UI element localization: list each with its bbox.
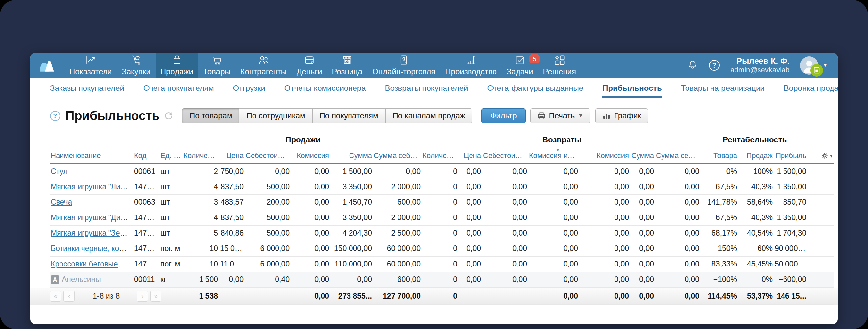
col-cost[interactable]: Себестоимость [246, 148, 291, 163]
view-tab-by-goods[interactable]: По товарам [182, 108, 239, 123]
notifications-button[interactable] [687, 59, 699, 72]
cell-price: 11 000,00 [220, 256, 246, 272]
first-page-button[interactable]: « [50, 291, 61, 302]
filter-button[interactable]: Фильтр [482, 108, 526, 123]
nav-item-purchases[interactable]: Закупки [117, 53, 156, 78]
col-commission[interactable]: Комиссия [291, 148, 331, 163]
next-page-button[interactable]: › [137, 291, 148, 302]
retail-icon [341, 54, 353, 66]
cell-rsum: 0,00 [631, 226, 656, 241]
cell-goods: 0% [701, 163, 739, 179]
cell-comm: 0,00 [291, 179, 331, 195]
tab-issued-invoices[interactable]: Счета-фактуры выданные [487, 78, 583, 98]
nav-item-retail[interactable]: Розница [327, 53, 367, 78]
nav-item-counterparties[interactable]: Контрагенты [236, 53, 291, 78]
tab-customer-orders[interactable]: Заказы покупателей [50, 78, 124, 98]
nav-label: Продажи [160, 67, 193, 76]
col-margin-goods[interactable]: Товара [701, 148, 739, 163]
refresh-icon[interactable] [164, 112, 173, 120]
cell-sumcost: 600,00 [374, 272, 423, 287]
cell-goods: −100% [701, 272, 739, 287]
cell-comm: 0,00 [291, 256, 331, 272]
nav-item-solutions[interactable]: Решения [538, 53, 581, 78]
col-code[interactable]: Код [131, 148, 158, 163]
tab-customer-invoices[interactable]: Счета покупателям [143, 78, 214, 98]
cell-sum: 110 000,00 [331, 256, 374, 272]
cell-cost: 200,00 [246, 195, 291, 210]
product-link[interactable]: Ботинки черные, кожаные, раз... [51, 244, 131, 253]
tab-shipments[interactable]: Отгрузки [233, 78, 265, 98]
prev-page-button[interactable]: ‹ [63, 291, 74, 302]
col-return-sum-cost[interactable]: Сумма себест. [656, 148, 701, 163]
cell-rcomm: 0,00 [580, 272, 631, 287]
cell-rsumcost: 0,00 [656, 272, 701, 287]
col-return-sum[interactable]: Сумма [631, 148, 656, 163]
product-link[interactable]: Мягкая игрушка "Динозаврик" [51, 213, 131, 222]
totals-row: « ‹ 1-8 из 8 › » 1 538 0,00 273 855... 1… [50, 288, 834, 305]
view-tab-by-employees[interactable]: По сотрудникам [239, 108, 312, 123]
cell-rcost: 0,00 [483, 256, 529, 272]
col-sum[interactable]: Сумма [331, 148, 374, 163]
profitability-table: Продажи Возвраты Рентабельность Наименов… [50, 134, 834, 288]
col-return-cost[interactable]: Себестоимость [483, 148, 529, 163]
col-profit[interactable]: Прибыль [775, 148, 808, 163]
col-settings[interactable]: ▾ [808, 148, 834, 163]
col-sum-cost[interactable]: Сумма себест. [374, 148, 423, 163]
product-link[interactable]: Апельсины [62, 275, 101, 283]
tab-consignment-goods[interactable]: Товары на реализации [681, 78, 765, 98]
chart-button[interactable]: График [595, 108, 648, 123]
product-link[interactable]: Мягкая игрушка "Зебра" [51, 229, 131, 237]
nav-item-production[interactable]: Производство [440, 53, 501, 78]
col-price[interactable]: Цена [220, 148, 246, 163]
tab-commission-reports[interactable]: Отчеты комиссионера [284, 78, 366, 98]
cell-sum: 0,00 [331, 272, 374, 287]
cell-rsum: 0,00 [631, 195, 656, 210]
cell-rsum: 0,00 [631, 256, 656, 272]
cell-cost: 500,00 [246, 210, 291, 226]
cell-profit: 1 350,00 [775, 179, 808, 195]
cell-gear [808, 179, 834, 195]
cell-rqty: 0 [423, 226, 459, 241]
product-link[interactable]: Кроссовки беговые, размер М [51, 260, 131, 268]
nav-item-metrics[interactable]: Показатели [64, 53, 117, 78]
archived-badge: А [51, 275, 59, 284]
document-icon [813, 67, 820, 74]
cell-rcommfrom: 0,00 [529, 163, 580, 179]
col-qty[interactable]: Количество [183, 148, 220, 163]
view-tab-by-channels[interactable]: По каналам продаж [386, 108, 472, 123]
help-button[interactable]: ? [709, 60, 720, 71]
cell-unit: пог. м [158, 256, 183, 272]
col-name[interactable]: Наименование [50, 148, 131, 163]
tab-customer-returns[interactable]: Возвраты покупателей [385, 78, 468, 98]
nav-item-money[interactable]: Деньги [291, 53, 327, 78]
col-commission-from-sales[interactable]: ▾Комиссия из пр... [529, 148, 580, 163]
print-button[interactable]: Печать ▼ [530, 108, 590, 123]
col-return-commission[interactable]: Комиссия [580, 148, 631, 163]
tab-sales-funnel[interactable]: Воронка продаж [784, 78, 838, 98]
col-return-qty[interactable]: Количество [423, 148, 459, 163]
page-help-button[interactable]: ? [50, 111, 60, 121]
product-link[interactable]: Мягкая игрушка "Лисенок" [51, 182, 131, 191]
view-tab-by-customers[interactable]: По покупателям [313, 108, 386, 123]
cell-comm: 0,00 [291, 163, 331, 179]
nav-item-sales[interactable]: Продажи [156, 53, 198, 78]
cell-rcommfrom: 0,00 [529, 272, 580, 287]
product-link[interactable]: Стул [51, 167, 68, 176]
user-menu[interactable]: Рылеев К. Ф. admin@sevkavlab [730, 56, 789, 74]
cell-price: 483,57 [220, 195, 246, 210]
col-margin-sales[interactable]: Продаж [739, 148, 775, 163]
col-unit[interactable]: Ед. изм. [158, 148, 183, 163]
product-link[interactable]: Свеча [51, 198, 72, 206]
nav-item-tasks[interactable]: Задачи 5 [502, 53, 538, 78]
last-page-button[interactable]: » [150, 291, 161, 302]
moysklad-logo[interactable] [30, 53, 64, 78]
avatar-status-badge [810, 64, 823, 77]
nav-item-goods[interactable]: Товары [198, 53, 236, 78]
tab-profitability[interactable]: Прибыльность [602, 78, 662, 98]
avatar[interactable] [800, 56, 818, 75]
col-return-price[interactable]: Цена [459, 148, 483, 163]
nav-item-online-trade[interactable]: Онлайн-торговля [367, 53, 440, 78]
column-group-row: Продажи Возвраты Рентабельность [50, 134, 834, 148]
user-menu-caret-icon[interactable]: ▾ [824, 62, 827, 69]
cell-code: 1476522 [131, 226, 158, 241]
